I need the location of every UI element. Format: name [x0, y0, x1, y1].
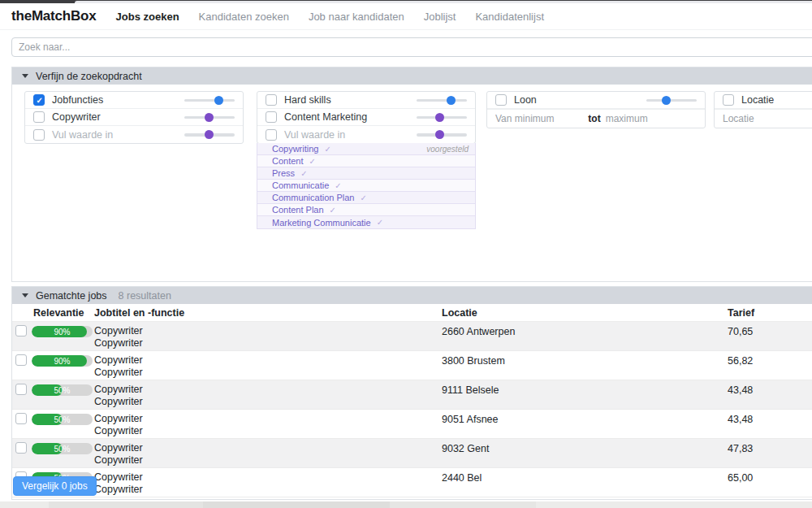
slider-thumb[interactable] [214, 96, 223, 105]
job-title-line2: Copywriter [94, 454, 143, 466]
slider-thumb[interactable] [205, 130, 214, 139]
vul-waarde-skills-weight-slider[interactable] [417, 130, 467, 140]
results-table-header: Relevantie Jobtitel en -functie Locatie … [12, 304, 812, 322]
slider-thumb[interactable] [447, 96, 456, 105]
nav-item-job-naar-kandidaten[interactable]: Job naar kandidaten [309, 11, 404, 23]
copywriter-checkbox[interactable] [33, 111, 45, 123]
loon-max-input[interactable] [606, 113, 697, 124]
job-title: Copywriter Copywriter [94, 354, 143, 378]
slider-thumb[interactable] [435, 130, 444, 139]
suggestion-item[interactable]: Content Plan ✓ [257, 204, 475, 216]
loon-checkbox[interactable] [495, 94, 507, 106]
job-location: 2440 Bel [442, 472, 482, 484]
row-select-checkbox[interactable] [15, 325, 27, 336]
check-icon[interactable]: ✓ [335, 181, 341, 190]
row-select-checkbox[interactable] [15, 384, 27, 395]
job-rate: 70,65 [728, 326, 753, 337]
column-relevantie: Relevantie [33, 307, 84, 319]
filter-row-jobfuncties: Jobfuncties [25, 92, 243, 109]
vul-waarde-skills-checkbox[interactable] [266, 129, 277, 141]
loon-weight-slider[interactable] [646, 95, 697, 105]
suggestion-item[interactable]: Communication Plan ✓ [257, 192, 475, 204]
job-title-line2: Copywriter [94, 484, 143, 495]
row-select-checkbox[interactable] [15, 354, 27, 366]
slider-thumb[interactable] [435, 113, 444, 122]
job-rate: 56,82 [728, 355, 753, 367]
hardskills-checkbox[interactable] [266, 94, 277, 106]
filter-row-loon: Loon [487, 92, 705, 109]
table-row[interactable]: 90% Copywriter Copywriter 3800 Brustem 5… [12, 351, 812, 380]
check-icon[interactable]: ✓ [330, 206, 336, 215]
nav-item-jobs-zoeken[interactable]: Jobs zoeken [116, 11, 179, 23]
relevance-value: 50% [32, 445, 93, 454]
vul-waarde-checkbox[interactable] [33, 129, 45, 141]
slider-track [184, 99, 235, 102]
vul-waarde-weight-slider[interactable] [184, 130, 235, 140]
search-input[interactable] [11, 37, 812, 57]
check-icon[interactable]: ✓ [377, 218, 383, 227]
suggestion-item[interactable]: Press ✓ [257, 167, 475, 180]
job-title-line2: Copywriter [94, 337, 143, 349]
filter-row-content-marketing: Content Marketing [257, 109, 475, 126]
job-location: 9051 Afsnee [442, 414, 499, 425]
job-location: 9111 Belsele [442, 384, 499, 396]
results-title: Gematchte jobs [36, 290, 107, 302]
check-icon[interactable]: ✓ [309, 157, 316, 166]
loon-range-row: tot [487, 109, 705, 128]
locatie-input[interactable] [723, 113, 812, 124]
slider-thumb[interactable] [662, 96, 671, 105]
jobfuncties-weight-slider[interactable] [184, 95, 235, 105]
check-icon[interactable]: ✓ [361, 193, 367, 202]
suggestion-item[interactable]: Content ✓ [257, 155, 475, 167]
job-title-line2: Copywriter [94, 367, 143, 378]
locatie-checkbox[interactable] [723, 94, 734, 106]
table-row[interactable]: 90% Copywriter Copywriter 2660 Antwerpen… [12, 322, 812, 351]
jobfuncties-checkbox[interactable] [33, 94, 45, 106]
suggestion-label: Content Plan [272, 205, 324, 215]
locatie-input-row [715, 109, 812, 128]
hardskills-weight-slider[interactable] [417, 95, 467, 105]
table-row[interactable]: 50% Copywriter Copywriter 2440 Bel 65,00 [12, 468, 812, 497]
suggestion-label: Copywriting [272, 144, 318, 154]
bottom-edge-segment [203, 501, 390, 508]
slider-track [646, 99, 697, 102]
suggestion-tag: voorgesteld [426, 145, 469, 154]
slider-thumb[interactable] [205, 113, 214, 122]
content-marketing-weight-slider[interactable] [417, 112, 467, 122]
refine-section-header[interactable]: Verfijn de zoekopdracht [12, 67, 812, 85]
slider-track [417, 99, 467, 102]
nav-item-joblijst[interactable]: Joblijst [424, 11, 456, 23]
check-icon[interactable]: ✓ [324, 145, 330, 154]
table-row[interactable]: 50% Copywriter Copywriter 9051 Afsnee 43… [12, 410, 812, 439]
nav-item-kandidaten-zoeken[interactable]: Kandidaten zoeken [199, 11, 289, 23]
content-marketing-checkbox[interactable] [266, 111, 277, 123]
row-select-checkbox[interactable] [15, 442, 27, 454]
copywriter-weight-slider[interactable] [184, 112, 235, 122]
tot-separator: tot [586, 113, 605, 124]
relevance-value: 90% [32, 328, 93, 336]
suggestion-item[interactable]: Copywriting ✓ voorgesteld [257, 143, 475, 155]
row-select-checkbox[interactable] [15, 413, 27, 424]
job-title-line1: Copywriter [94, 413, 143, 424]
check-icon[interactable]: ✓ [300, 169, 307, 178]
table-row[interactable]: 50% Copywriter Copywriter 9032 Gent 47,8… [12, 439, 812, 468]
nav-item-kandidatenlijst[interactable]: Kandidatenlijst [475, 11, 544, 23]
relevance-bar: 50% [32, 414, 93, 425]
suggestion-item[interactable]: Communicatie ✓ [257, 180, 475, 192]
loon-min-input[interactable] [495, 113, 586, 124]
suggestion-item[interactable]: Marketing Communicatie ✓ [257, 216, 475, 228]
suggestion-label: Marketing Communicatie [272, 218, 371, 228]
table-row[interactable]: 50% Copywriter Copywriter 9111 Belsele 4… [12, 380, 812, 410]
filter-row-vul-waarde-in: Vul waarde in [25, 126, 243, 143]
relevance-value: 50% [32, 415, 93, 424]
bottom-edge-segment [49, 501, 203, 508]
job-location: 9032 Gent [442, 443, 489, 454]
job-title: Copywriter Copywriter [94, 384, 143, 407]
results-section-header[interactable]: Gematchte jobs 8 resultaten [12, 287, 812, 304]
compare-jobs-button[interactable]: Vergelijk 0 jobs [13, 476, 97, 496]
results-section: Gematchte jobs 8 resultaten Relevantie J… [11, 286, 812, 500]
loon-card: Loon tot [486, 91, 706, 128]
collapse-caret-icon [22, 293, 28, 297]
hardskills-card: Hard skills Content Marketing Vul waarde… [257, 91, 476, 144]
locatie-label: Locatie [741, 94, 774, 106]
